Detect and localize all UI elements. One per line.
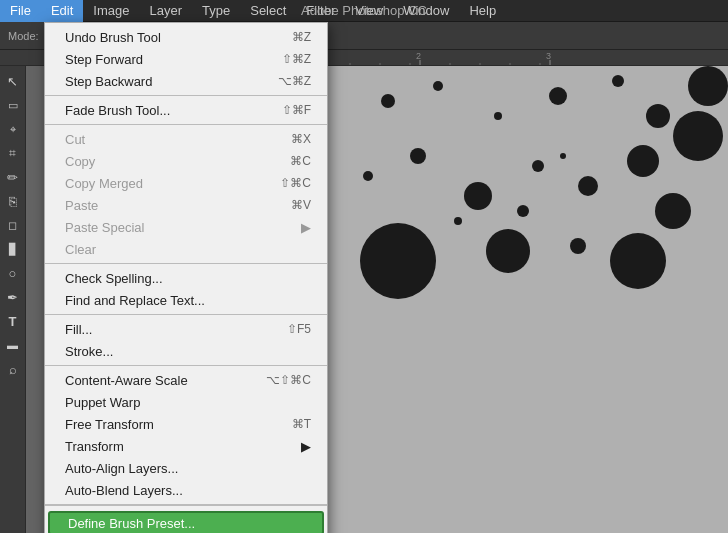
menu-type[interactable]: Type (192, 0, 240, 22)
svg-point-31 (570, 238, 586, 254)
menu-free-transform[interactable]: Free Transform ⌘T (45, 413, 327, 435)
svg-point-35 (560, 153, 566, 159)
svg-point-34 (517, 205, 529, 217)
mode-label: Mode: (8, 30, 39, 42)
menu-filter[interactable]: Filter (296, 0, 345, 22)
menu-layer[interactable]: Layer (140, 0, 193, 22)
menu-copy[interactable]: Copy ⌘C (45, 150, 327, 172)
menu-window[interactable]: Window (393, 0, 459, 22)
svg-text:2: 2 (416, 51, 421, 61)
menu-fill[interactable]: Fill... ⇧F5 (45, 318, 327, 340)
menu-section-fill: Fill... ⇧F5 Stroke... (45, 315, 327, 366)
gradient-tool[interactable]: ▊ (2, 238, 24, 260)
svg-point-19 (612, 75, 624, 87)
menu-define-brush-preset[interactable]: Define Brush Preset... (48, 511, 324, 533)
menu-copy-merged[interactable]: Copy Merged ⇧⌘C (45, 172, 327, 194)
pen-tool[interactable]: ✒ (2, 286, 24, 308)
menu-section-transform: Content-Aware Scale ⌥⇧⌘C Puppet Warp Fre… (45, 366, 327, 505)
svg-point-20 (646, 104, 670, 128)
menu-step-forward[interactable]: Step Forward ⇧⌘Z (45, 48, 327, 70)
menu-auto-align[interactable]: Auto-Align Layers... (45, 457, 327, 479)
svg-point-23 (363, 171, 373, 181)
menu-transform[interactable]: Transform ▶ (45, 435, 327, 457)
menu-puppet-warp[interactable]: Puppet Warp (45, 391, 327, 413)
svg-point-15 (381, 94, 395, 108)
zoom-tool[interactable]: ⌕ (2, 358, 24, 380)
menu-image[interactable]: Image (83, 0, 139, 22)
menu-section-text: Check Spelling... Find and Replace Text.… (45, 264, 327, 315)
menu-fade-brush[interactable]: Fade Brush Tool... ⇧⌘F (45, 99, 327, 121)
svg-point-33 (454, 217, 462, 225)
menu-bar: File Edit Image Layer Type Select Filter… (0, 0, 728, 22)
transform-submenu-arrow: ▶ (301, 439, 311, 454)
svg-point-17 (494, 112, 502, 120)
svg-point-16 (433, 81, 443, 91)
move-tool[interactable]: ↖ (2, 70, 24, 92)
canvas-content (308, 66, 728, 533)
menu-content-aware-scale[interactable]: Content-Aware Scale ⌥⇧⌘C (45, 369, 327, 391)
menu-section-undo: Undo Brush Tool ⌘Z Step Forward ⇧⌘Z Step… (45, 23, 327, 96)
menu-stroke[interactable]: Stroke... (45, 340, 327, 362)
menu-file[interactable]: File (0, 0, 41, 22)
svg-point-24 (410, 148, 426, 164)
brush-dots-svg (308, 66, 728, 533)
svg-point-32 (610, 233, 666, 289)
menu-auto-blend[interactable]: Auto-Blend Layers... (45, 479, 327, 501)
eraser-tool[interactable]: ◻ (2, 214, 24, 236)
menu-undo-brush-tool[interactable]: Undo Brush Tool ⌘Z (45, 26, 327, 48)
svg-point-26 (532, 160, 544, 172)
menu-paste[interactable]: Paste ⌘V (45, 194, 327, 216)
menu-cut[interactable]: Cut ⌘X (45, 128, 327, 150)
menu-step-backward[interactable]: Step Backward ⌥⌘Z (45, 70, 327, 92)
dodge-tool[interactable]: ○ (2, 262, 24, 284)
clone-tool[interactable]: ⎘ (2, 190, 24, 212)
marquee-tool[interactable]: ▭ (2, 94, 24, 116)
svg-text:3: 3 (546, 51, 551, 61)
menu-section-clipboard: Cut ⌘X Copy ⌘C Copy Merged ⇧⌘C Paste ⌘V … (45, 125, 327, 264)
svg-point-36 (655, 193, 691, 229)
svg-point-21 (688, 66, 728, 106)
svg-point-30 (486, 229, 530, 273)
menu-select[interactable]: Select (240, 0, 296, 22)
text-tool[interactable]: T (2, 310, 24, 332)
menu-view[interactable]: View (345, 0, 393, 22)
edit-dropdown-menu: Undo Brush Tool ⌘Z Step Forward ⇧⌘Z Step… (44, 22, 328, 533)
menu-clear[interactable]: Clear (45, 238, 327, 260)
svg-point-27 (578, 176, 598, 196)
menu-check-spelling[interactable]: Check Spelling... (45, 267, 327, 289)
shape-tool[interactable]: ▬ (2, 334, 24, 356)
svg-point-22 (673, 111, 723, 161)
svg-point-29 (360, 223, 436, 299)
menu-section-fade: Fade Brush Tool... ⇧⌘F (45, 96, 327, 125)
left-toolbar: ↖ ▭ ⌖ ⌗ ✏ ⎘ ◻ ▊ ○ ✒ T ▬ ⌕ (0, 66, 26, 533)
svg-point-18 (549, 87, 567, 105)
lasso-tool[interactable]: ⌖ (2, 118, 24, 140)
submenu-arrow: ▶ (301, 220, 311, 235)
menu-paste-special[interactable]: Paste Special ▶ (45, 216, 327, 238)
svg-point-25 (464, 182, 492, 210)
menu-section-define: Define Brush Preset... (45, 505, 327, 533)
brush-tool[interactable]: ✏ (2, 166, 24, 188)
menu-help[interactable]: Help (459, 0, 506, 22)
svg-point-28 (627, 145, 659, 177)
menu-find-replace[interactable]: Find and Replace Text... (45, 289, 327, 311)
menu-edit[interactable]: Edit (41, 0, 83, 22)
crop-tool[interactable]: ⌗ (2, 142, 24, 164)
